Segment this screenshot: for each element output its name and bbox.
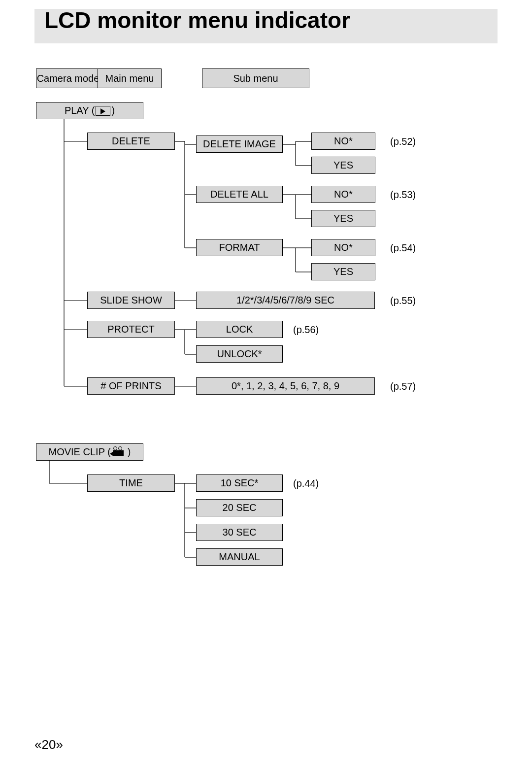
col-camera-mode: Camera mode: [36, 68, 100, 88]
play-label-post: ): [111, 105, 115, 116]
menu-delete-all: DELETE ALL: [196, 186, 283, 203]
opt-time-0: 10 SEC*: [196, 474, 283, 492]
page-ref-time: (p.44): [293, 478, 319, 489]
opt-delete-all-no: NO*: [311, 186, 375, 203]
movie-clip-label-pre: MOVIE CLIP (: [49, 446, 111, 458]
page-ref-format: (p.54): [390, 242, 416, 254]
opt-protect-lock: LOCK: [196, 321, 283, 338]
play-icon: [96, 106, 110, 116]
opt-slide-show-value: 1/2*/3/4/5/6/7/8/9 SEC: [196, 292, 375, 309]
col-sub-menu: Sub menu: [202, 68, 309, 88]
menu-delete-image: DELETE IMAGE: [196, 135, 283, 153]
opt-prints-value: 0*, 1, 2, 3, 4, 5, 6, 7, 8, 9: [196, 377, 375, 395]
menu-delete: DELETE: [87, 133, 175, 150]
page-number: 20: [34, 737, 63, 752]
menu-slide-show: SLIDE SHOW: [87, 292, 175, 309]
page-ref-delete-image: (p.52): [390, 136, 416, 147]
opt-delete-image-yes: YES: [311, 157, 375, 174]
page-ref-slide-show: (p.55): [390, 295, 416, 306]
opt-format-yes: YES: [311, 263, 375, 280]
menu-format: FORMAT: [196, 239, 283, 256]
movie-clip-mode: MOVIE CLIP ( ): [36, 443, 143, 461]
opt-time-1: 20 SEC: [196, 499, 283, 516]
play-mode: PLAY ( ): [36, 102, 143, 119]
page-ref-protect: (p.56): [293, 324, 319, 336]
page-ref-delete-all: (p.53): [390, 189, 416, 201]
opt-time-2: 30 SEC: [196, 524, 283, 541]
play-label-pre: PLAY (: [65, 105, 95, 116]
page-title: LCD monitor menu indicator: [44, 7, 350, 34]
opt-format-no: NO*: [311, 239, 375, 256]
menu-time: TIME: [87, 474, 175, 492]
movie-clip-icon: [112, 447, 127, 457]
menu-prints: # OF PRINTS: [87, 377, 175, 395]
movie-clip-label-post: ): [128, 446, 131, 458]
opt-delete-image-no: NO*: [311, 133, 375, 150]
opt-protect-unlock: UNLOCK*: [196, 345, 283, 363]
opt-time-3: MANUAL: [196, 548, 283, 566]
page-ref-prints: (p.57): [390, 381, 416, 392]
col-main-menu: Main menu: [98, 68, 162, 88]
opt-delete-all-yes: YES: [311, 210, 375, 227]
menu-protect: PROTECT: [87, 321, 175, 338]
page: LCD monitor menu indicator Camera mode M…: [0, 0, 532, 777]
